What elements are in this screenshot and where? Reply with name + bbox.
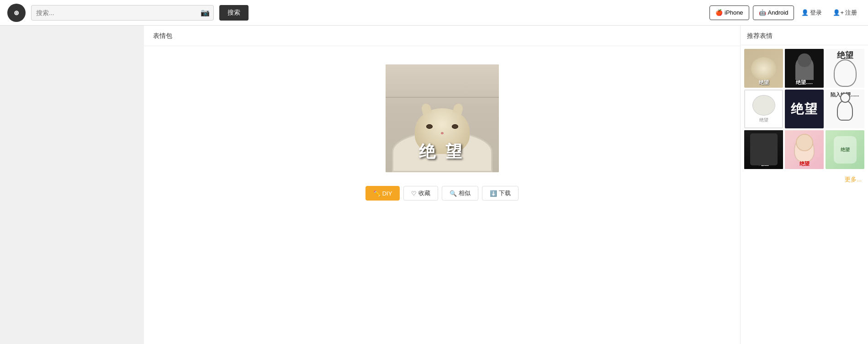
meme-display-area: 绝 望 ✏️ DIY ♡ 收藏 🔍 相似 ⬇️ 下	[144, 46, 740, 210]
main-layout: 表情包	[0, 26, 868, 344]
center-panel: 表情包	[144, 26, 740, 344]
thumb-5[interactable]: 绝望	[785, 90, 824, 128]
thumb-1[interactable]: 绝望	[744, 49, 783, 88]
download-button[interactable]: ⬇️ 下载	[482, 186, 519, 201]
search-button[interactable]: 搜索	[219, 5, 249, 21]
thumb-8[interactable]: 绝望	[785, 130, 824, 169]
download-icon: ⬇️	[490, 190, 497, 197]
logo[interactable]: ⊛	[7, 4, 26, 22]
right-section-title: 推荐表情	[741, 26, 868, 45]
meme-text-overlay: 绝 望	[386, 141, 499, 163]
logo-text: ⊛	[14, 9, 19, 16]
edit-icon: ✏️	[373, 190, 381, 197]
thumb-3[interactable]: 绝望	[826, 49, 864, 88]
camera-button[interactable]: 📷	[197, 8, 213, 17]
search-input[interactable]	[32, 9, 197, 16]
thumb-2-label: 绝望.....	[785, 79, 824, 86]
camera-icon: 📷	[201, 9, 210, 16]
similar-button[interactable]: 🔍 相似	[442, 186, 478, 201]
favorite-button[interactable]: ♡ 收藏	[403, 186, 438, 201]
user-icon: 👤	[801, 9, 809, 16]
header-right: 🍎 iPhone 🤖 Android 👤 登录 👤+ 注册	[709, 5, 861, 20]
section-title: 表情包	[144, 26, 740, 46]
right-panel: 推荐表情 绝望 绝望.....	[740, 26, 868, 344]
register-button[interactable]: 👤+ 注册	[829, 7, 861, 19]
action-bar: ✏️ DIY ♡ 收藏 🔍 相似 ⬇️ 下载	[365, 186, 519, 201]
recommended-grid: 绝望 绝望..... 绝望	[741, 45, 868, 173]
search-similar-icon: 🔍	[450, 190, 457, 197]
left-panel	[0, 26, 144, 344]
thumb-4[interactable]: 绝望	[744, 90, 783, 128]
login-button[interactable]: 👤 登录	[798, 7, 826, 19]
thumb-6[interactable]: 陷入绝望......	[826, 90, 864, 128]
thumb-2[interactable]: 绝望.....	[785, 49, 824, 88]
meme-image: 绝 望	[386, 64, 499, 172]
more-link[interactable]: 更多...	[741, 173, 868, 188]
diy-button[interactable]: ✏️ DIY	[365, 186, 400, 201]
thumb-7[interactable]: 绝望	[744, 130, 783, 169]
thumb-9[interactable]: 绝望	[826, 130, 864, 169]
search-bar: 📷	[31, 5, 214, 21]
android-icon: 🤖	[759, 9, 766, 16]
add-user-icon: 👤+	[833, 9, 844, 16]
thumb-1-label: 绝望	[744, 79, 783, 86]
thumb-8-label: 绝望	[785, 160, 824, 167]
android-button[interactable]: 🤖 Android	[753, 5, 794, 20]
heart-icon: ♡	[411, 190, 417, 197]
iphone-button[interactable]: 🍎 iPhone	[709, 5, 749, 20]
header: ⊛ 📷 搜索 🍎 iPhone 🤖 Android 👤 登录 👤+ 注册	[0, 0, 868, 26]
apple-icon: 🍎	[715, 9, 723, 16]
